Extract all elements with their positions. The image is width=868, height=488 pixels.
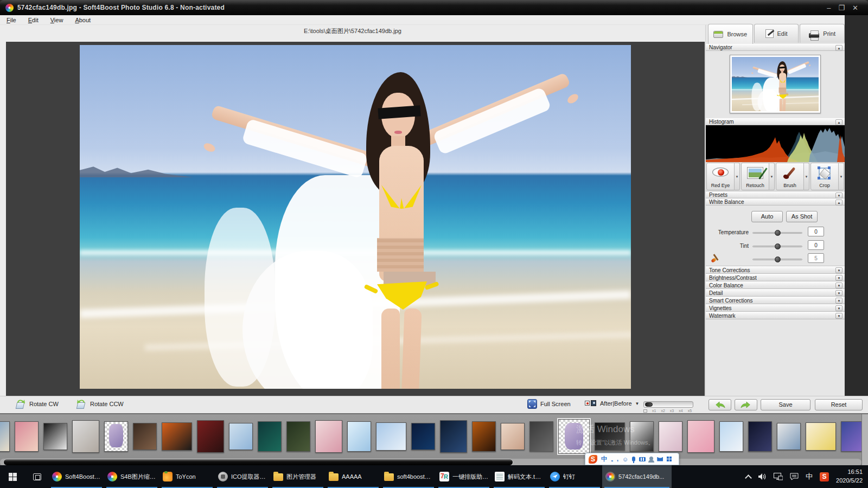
- after-before-button[interactable]: After|Before: [600, 400, 632, 407]
- task-view-button[interactable]: [25, 465, 49, 488]
- filmstrip-thumb[interactable]: [630, 421, 654, 452]
- zoom-fit-icon[interactable]: [643, 409, 647, 413]
- slider-thumb[interactable]: [775, 230, 781, 236]
- mic-icon[interactable]: [632, 457, 635, 461]
- expand-arrow-icon[interactable]: ▼: [835, 282, 843, 288]
- filmstrip-thumb-selected[interactable]: [558, 419, 590, 454]
- ime-indicator[interactable]: 中: [806, 472, 813, 481]
- tab-browse[interactable]: Browse: [708, 24, 753, 44]
- menu-about[interactable]: About: [75, 17, 91, 23]
- expand-arrow-icon[interactable]: ▼: [835, 313, 843, 319]
- close-button[interactable]: ✕: [852, 4, 858, 12]
- minimize-button[interactable]: –: [827, 4, 831, 12]
- section-color-balance[interactable]: Color Balance▼: [706, 281, 845, 289]
- filmstrip-thumb[interactable]: [258, 421, 282, 452]
- section-detail[interactable]: Detail▼: [706, 289, 845, 297]
- filmstrip-thumb[interactable]: [229, 423, 253, 450]
- sogou-logo-icon[interactable]: S: [589, 455, 597, 464]
- section-watermark[interactable]: Watermark▼: [706, 312, 845, 319]
- filmstrip-thumb[interactable]: [659, 421, 682, 452]
- expand-arrow-icon[interactable]: ▼: [835, 192, 843, 198]
- zoom-mark-x4[interactable]: x4: [679, 409, 682, 413]
- filmstrip-thumb[interactable]: [595, 422, 625, 451]
- collapse-arrow-icon[interactable]: ▲: [835, 200, 843, 206]
- filmstrip-thumb[interactable]: [687, 420, 714, 453]
- filmstrip-thumb[interactable]: [719, 421, 743, 452]
- emoji-icon[interactable]: ☺: [622, 456, 628, 463]
- filmstrip-thumb[interactable]: [440, 420, 467, 453]
- taskbar-item-folder[interactable]: soft4boostpho...: [381, 465, 436, 488]
- wb-auto-button[interactable]: Auto: [751, 211, 783, 222]
- filmstrip-thumb[interactable]: [501, 423, 525, 450]
- filmstrip-thumb[interactable]: [777, 423, 801, 450]
- filmstrip-scroll-right[interactable]: [861, 414, 868, 465]
- toolbox-icon[interactable]: [667, 457, 672, 461]
- full-screen-button[interactable]: Full Screen: [540, 401, 571, 407]
- brush-dropdown[interactable]: ▼: [804, 163, 809, 190]
- image-canvas[interactable]: [6, 42, 705, 396]
- taskbar-item-dingtalk[interactable]: 钉钉: [547, 465, 602, 488]
- navigator-header[interactable]: Navigator ▲: [706, 44, 845, 51]
- start-button[interactable]: [0, 465, 25, 488]
- wb-as-shot-button[interactable]: As Shot: [786, 211, 818, 222]
- taskbar-item-typeset[interactable]: 一键排版助手(M...: [436, 465, 492, 488]
- slider-thumb[interactable]: [775, 256, 781, 262]
- zoom-slider-thumb[interactable]: [645, 402, 653, 407]
- crop-dropdown[interactable]: ▼: [839, 163, 844, 190]
- zoom-mark-x1[interactable]: x1: [652, 409, 656, 413]
- display-icon[interactable]: [774, 473, 783, 480]
- zoom-mark-x2[interactable]: x2: [661, 409, 665, 413]
- scrollbar-thumb[interactable]: [3, 459, 513, 465]
- taskbar-item-folder[interactable]: AAAAA: [326, 465, 381, 488]
- wb-brush-icon[interactable]: [710, 254, 721, 264]
- section-brightness-contrast[interactable]: Brightness/Contrast▼: [706, 274, 845, 281]
- expand-arrow-icon[interactable]: ▼: [835, 298, 843, 304]
- collapse-arrow-icon[interactable]: ▲: [835, 119, 843, 125]
- presets-header[interactable]: Presets ▼: [706, 191, 845, 198]
- zoom-slider[interactable]: [643, 401, 693, 408]
- redo-button[interactable]: [735, 399, 757, 410]
- person-icon[interactable]: [649, 457, 653, 460]
- taskbar-item-toycon[interactable]: ToYcon: [159, 465, 215, 488]
- filmstrip-thumb[interactable]: [162, 422, 192, 451]
- navigator-thumbnail[interactable]: [730, 55, 821, 113]
- rotate-cw-button[interactable]: Rotate CW: [29, 401, 59, 407]
- taskbar-item-notepad[interactable]: 解码文本.txt - ...: [492, 465, 547, 488]
- undo-button[interactable]: [709, 399, 731, 410]
- tint-value[interactable]: 0: [808, 240, 824, 250]
- crop-button[interactable]: Crop: [810, 163, 839, 190]
- expand-arrow-icon[interactable]: ▼: [835, 305, 843, 311]
- zoom-mark-x3[interactable]: x3: [670, 409, 674, 413]
- filmstrip-thumb[interactable]: [472, 421, 496, 452]
- clock[interactable]: 16:51 2020/5/22: [836, 468, 863, 485]
- volume-icon[interactable]: [758, 473, 767, 480]
- tint-slider[interactable]: [752, 246, 802, 247]
- taskbar-item-pinwheel[interactable]: Soft4Boost - sy...: [49, 465, 104, 488]
- filmstrip-thumb[interactable]: [43, 423, 67, 450]
- retouch-dropdown[interactable]: ▼: [769, 163, 775, 190]
- expand-arrow-icon[interactable]: ▼: [835, 267, 843, 273]
- notifications-icon[interactable]: [790, 473, 799, 480]
- reset-button[interactable]: Reset: [815, 399, 863, 410]
- section-smart-corrections[interactable]: Smart Corrections▼: [706, 297, 845, 304]
- rotate-ccw-button[interactable]: Rotate CCW: [90, 401, 124, 407]
- redeye-button[interactable]: Red Eye: [706, 163, 735, 190]
- ime-chinese-icon[interactable]: 中: [601, 455, 607, 463]
- filmstrip-thumb[interactable]: [376, 422, 406, 451]
- taskbar-item-pinwheel[interactable]: S4B图片缩放调...: [104, 465, 159, 488]
- taskbar-item-ico-extractor[interactable]: ICO提取器 V0.1: [215, 465, 270, 488]
- tray-expand-icon[interactable]: [745, 474, 752, 481]
- filmstrip-thumb[interactable]: [411, 423, 435, 450]
- filmstrip-thumb[interactable]: [15, 421, 39, 452]
- filmstrip-thumb[interactable]: [104, 421, 128, 452]
- filmstrip-thumb[interactable]: [347, 421, 371, 452]
- skin-icon[interactable]: [657, 457, 663, 461]
- filmstrip-thumb[interactable]: [806, 422, 836, 451]
- expand-arrow-icon[interactable]: ▼: [835, 275, 843, 281]
- filmstrip-scrollbar[interactable]: [0, 459, 861, 465]
- punctuation-icon[interactable]: 。,: [611, 455, 618, 463]
- collapse-arrow-icon[interactable]: ▲: [835, 45, 843, 51]
- brush-button[interactable]: Brush: [776, 163, 804, 190]
- section-vignettes[interactable]: Vignettes▼: [706, 304, 845, 312]
- tab-edit[interactable]: Edit: [754, 24, 799, 43]
